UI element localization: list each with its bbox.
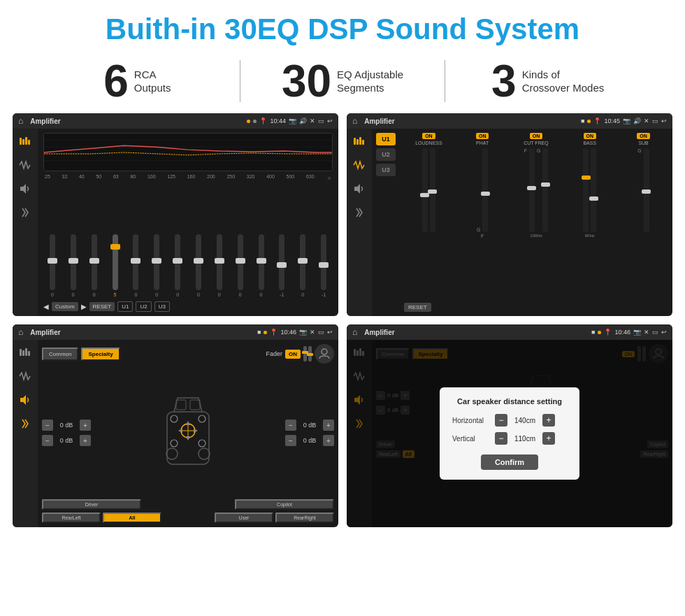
db-minus-4[interactable]: − <box>285 435 296 446</box>
u2-button-1[interactable]: U2 <box>136 301 151 312</box>
freq-630: 630 <box>306 174 315 182</box>
vertical-minus[interactable]: − <box>495 432 507 445</box>
u2-btn[interactable]: U2 <box>376 148 396 161</box>
db-plus-3[interactable]: + <box>323 420 334 431</box>
slider-10[interactable]: 0 <box>231 234 250 297</box>
camera-icon-3: 📷 <box>299 329 307 336</box>
screen-dialog: ⌂ Amplifier ■ 📍 10:46 📷 ✕ ▭ ↩ <box>347 324 672 527</box>
slider-6[interactable]: 0 <box>147 234 166 297</box>
reset-area: RESET <box>404 300 668 312</box>
slider-4[interactable]: 5 <box>106 234 124 297</box>
screen3-title: Amplifier <box>30 329 253 336</box>
rearleft-btn[interactable]: RearLeft <box>42 513 101 523</box>
back-icon-4[interactable]: ↩ <box>661 329 667 336</box>
waveform-icon[interactable] <box>17 158 34 172</box>
slider-13[interactable]: 0 <box>294 234 312 297</box>
horizontal-minus[interactable]: − <box>495 414 507 427</box>
stat-crossover: 3 Kinds ofCrossover Modes <box>452 59 643 103</box>
stat-eq: 30 EQ AdjustableSegments <box>247 59 438 103</box>
home-icon-4[interactable]: ⌂ <box>352 327 357 337</box>
arrows-icon[interactable] <box>17 206 34 220</box>
specialty-tab[interactable]: Specialty <box>81 348 120 361</box>
confirm-button[interactable]: Confirm <box>481 454 538 470</box>
status-icons-1: 📍 10:44 📷 🔊 ✕ ▭ ↩ <box>247 117 333 124</box>
svg-rect-18 <box>28 351 30 356</box>
slider-12[interactable]: -1 <box>273 234 291 297</box>
db-minus-2[interactable]: − <box>42 435 53 446</box>
db-plus-1[interactable]: + <box>80 420 91 431</box>
custom-button[interactable]: Custom <box>52 302 78 311</box>
next-arrow[interactable]: ▶ <box>81 303 87 310</box>
copilot-btn[interactable]: Copilot <box>235 499 334 510</box>
arrows-icon-3[interactable] <box>17 417 34 431</box>
db-minus-3[interactable]: − <box>285 420 296 431</box>
home-icon-3[interactable]: ⌂ <box>18 327 23 337</box>
loudness-label: LOUDNESS <box>415 141 442 145</box>
db-plus-2[interactable]: + <box>80 435 91 446</box>
cutfreq-label: CUT FREQ <box>524 141 549 145</box>
stat-crossover-label: Kinds ofCrossover Modes <box>522 68 605 95</box>
home-icon-2[interactable]: ⌂ <box>352 116 357 126</box>
phat-on[interactable]: ON <box>476 133 489 139</box>
db-value-4: 0 dB <box>299 437 320 444</box>
back-icon-3[interactable]: ↩ <box>327 329 333 336</box>
all-btn[interactable]: All <box>103 513 161 523</box>
volume-sidebar-icon-3[interactable] <box>17 393 34 407</box>
volume-sidebar-icon[interactable] <box>17 182 34 196</box>
screen2-time: 10:45 <box>604 117 620 124</box>
reset-button-2[interactable]: RESET <box>404 303 431 312</box>
status-bar-3: ⌂ Amplifier ■ 📍 10:46 📷 ✕ ▭ ↩ <box>13 324 338 340</box>
volume-sidebar-icon-2[interactable] <box>351 182 368 196</box>
slider-5[interactable]: 0 <box>127 234 145 297</box>
eq-icon-2[interactable] <box>351 134 368 148</box>
freq-400: 400 <box>266 174 275 182</box>
reset-button-1[interactable]: RESET <box>89 302 115 311</box>
cutfreq-on[interactable]: ON <box>530 133 543 139</box>
slider-1[interactable]: 0 <box>43 234 62 297</box>
slider-2[interactable]: 0 <box>64 234 82 297</box>
bass-on[interactable]: ON <box>584 133 597 139</box>
u1-button-1[interactable]: U1 <box>117 301 133 312</box>
rearright-btn[interactable]: RearRight <box>275 513 334 523</box>
horizontal-plus[interactable]: + <box>542 414 555 427</box>
left-controls: − 0 dB + − 0 dB + <box>42 369 91 496</box>
slider-14[interactable]: -1 <box>315 234 333 297</box>
u3-btn[interactable]: U3 <box>376 164 396 176</box>
slider-7[interactable]: 0 <box>168 234 187 297</box>
slider-11[interactable]: 0 <box>252 234 271 297</box>
loudness-on[interactable]: ON <box>422 133 435 139</box>
u3-button-1[interactable]: U3 <box>154 301 170 312</box>
back-icon-2[interactable]: ↩ <box>661 117 667 124</box>
slider-8[interactable]: 0 <box>189 234 208 297</box>
user-btn[interactable]: User <box>215 513 273 523</box>
vertical-plus[interactable]: + <box>542 432 555 445</box>
screen-eq: ⌂ Amplifier 📍 10:44 📷 🔊 ✕ ▭ ↩ <box>13 113 338 316</box>
back-icon-1[interactable]: ↩ <box>327 117 333 124</box>
driver-btn[interactable]: Driver <box>42 499 141 510</box>
prev-arrow[interactable]: ◀ <box>43 303 49 310</box>
stat-divider-1 <box>240 60 240 102</box>
vertical-label: Vertical <box>452 435 491 443</box>
fader-bottom-buttons-2: RearLeft All User RearRight <box>42 513 334 523</box>
eq-icon[interactable] <box>17 134 34 148</box>
waveform-icon-3[interactable] <box>17 369 34 383</box>
arrows-icon-2[interactable] <box>351 206 368 220</box>
db-minus-1[interactable]: − <box>42 420 53 431</box>
screen1-title: Amplifier <box>30 117 243 125</box>
status-icons-3: ■ 📍 10:46 📷 ✕ ▭ ↩ <box>257 329 333 336</box>
db-plus-4[interactable]: + <box>323 435 334 446</box>
fader-on-btn[interactable]: ON <box>285 350 301 359</box>
common-tab[interactable]: Common <box>42 348 78 361</box>
person-icon[interactable] <box>315 344 334 364</box>
eq-icon-3[interactable] <box>17 345 34 359</box>
slider-9[interactable]: 0 <box>210 234 229 297</box>
svg-rect-12 <box>359 137 361 145</box>
slider-3[interactable]: 0 <box>85 234 103 297</box>
status-icons-4: ■ 📍 10:46 📷 ✕ ▭ ↩ <box>591 329 667 336</box>
page-title: Buith-in 30EQ DSP Sound System <box>7 13 678 46</box>
u1-btn[interactable]: U1 <box>376 133 396 145</box>
home-icon[interactable]: ⌂ <box>18 116 23 126</box>
waveform-icon-2[interactable] <box>351 158 368 172</box>
sub-on[interactable]: ON <box>637 133 650 139</box>
channels-row: ON LOUDNESS <box>404 133 668 294</box>
